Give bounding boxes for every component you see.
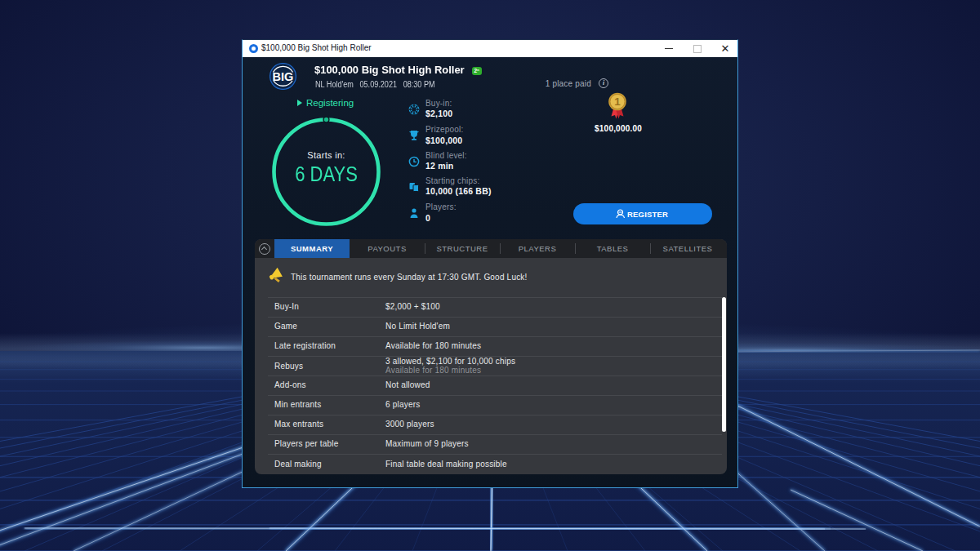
svg-text:BIG: BIG — [273, 70, 294, 83]
svg-text:1: 1 — [614, 96, 621, 108]
